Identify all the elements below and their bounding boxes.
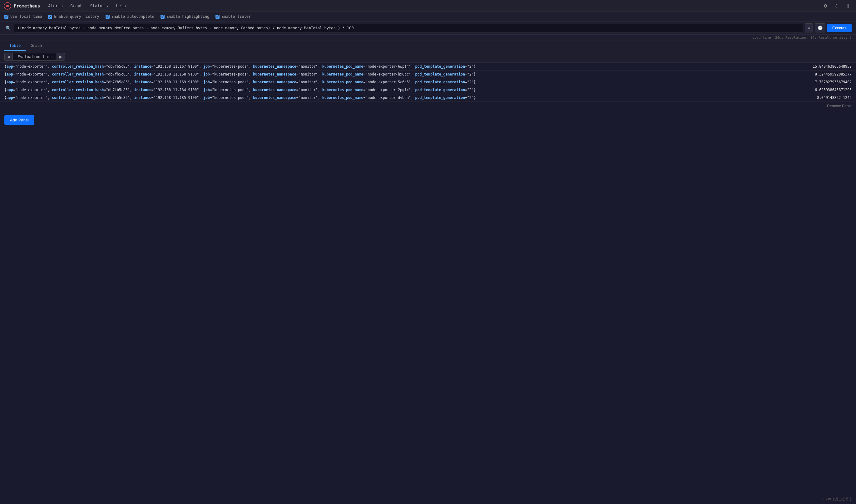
result-value: 8.324459592885377 bbox=[802, 72, 852, 76]
label-key: pod_template_generation bbox=[415, 88, 465, 92]
result-value: 15.840463805648952 bbox=[802, 64, 852, 69]
navbar-links: Alerts Graph Status Help bbox=[45, 2, 129, 10]
use-local-time-label: Use local time bbox=[10, 14, 42, 19]
navbar-icons: ⚙ ☾ ℹ bbox=[821, 2, 852, 10]
eval-prev-button[interactable]: ◀ bbox=[4, 53, 13, 60]
label-key: instance bbox=[134, 80, 151, 84]
label-key: instance bbox=[134, 88, 151, 92]
load-info-text: Load time: 24ms Resolution: 14s Result s… bbox=[752, 36, 852, 40]
label-key: controller_revision_hash bbox=[52, 64, 104, 69]
eval-nav-group: ◀ Evaluation time ▶ bbox=[4, 53, 65, 60]
label-key: job bbox=[203, 80, 210, 84]
eval-time-label: Evaluation time bbox=[13, 53, 56, 60]
label-key: job bbox=[203, 95, 210, 100]
label-key: pod_template_generation bbox=[415, 64, 465, 69]
label-key: pod_template_generation bbox=[415, 72, 465, 76]
result-labels: {app="node-exporter", controller_revisio… bbox=[4, 95, 802, 100]
table-row: {app="node-exporter", controller_revisio… bbox=[0, 63, 856, 71]
label-key: kubernetes_pod_name bbox=[322, 64, 364, 69]
label-key: instance bbox=[134, 72, 151, 76]
enable-highlighting-checkbox[interactable]: Enable highlighting bbox=[160, 14, 209, 19]
result-value: 6.623938645871295 bbox=[802, 88, 852, 92]
label-key: kubernetes_namespace bbox=[253, 64, 296, 69]
label-key: kubernetes_namespace bbox=[253, 88, 296, 92]
execute-button[interactable]: Execute bbox=[827, 24, 852, 32]
label-key: kubernetes_pod_name bbox=[322, 88, 364, 92]
svg-point-1 bbox=[6, 5, 9, 7]
nav-status[interactable]: Status bbox=[87, 2, 111, 10]
label-key: instance bbox=[134, 64, 151, 69]
info-button[interactable]: ℹ bbox=[843, 2, 852, 10]
label-key: job bbox=[203, 72, 210, 76]
tab-graph[interactable]: Graph bbox=[25, 41, 47, 51]
result-value: 8.049148832 1242 bbox=[802, 95, 852, 100]
table-row: {app="node-exporter", controller_revisio… bbox=[0, 71, 856, 78]
toolbar: Use local time Enable query history Enab… bbox=[0, 12, 856, 21]
enable-autocomplete-label: Enable autocomplete bbox=[111, 14, 154, 19]
enable-linter-label: Enable linter bbox=[222, 14, 251, 19]
search-icon-btn[interactable]: 🔍 bbox=[4, 24, 12, 32]
eval-time-row: ◀ Evaluation time ▶ bbox=[0, 51, 856, 63]
label-key: controller_revision_hash bbox=[52, 72, 104, 76]
result-labels: {app="node-exporter", controller_revisio… bbox=[4, 72, 802, 76]
theme-button[interactable]: ☾ bbox=[832, 2, 841, 10]
add-panel-section: Add Panel bbox=[0, 110, 856, 130]
label-key: app bbox=[6, 95, 13, 100]
settings-button[interactable]: ⚙ bbox=[821, 2, 830, 10]
label-key: kubernetes_namespace bbox=[253, 80, 296, 84]
load-info: Load time: 24ms Resolution: 14s Result s… bbox=[0, 35, 856, 41]
nav-alerts[interactable]: Alerts bbox=[45, 2, 66, 10]
label-key: pod_template_generation bbox=[415, 80, 465, 84]
add-panel-button[interactable]: Add Panel bbox=[4, 115, 34, 125]
result-value: 7.707327935679402 bbox=[802, 80, 852, 84]
enable-query-history-label: Enable query history bbox=[54, 14, 99, 19]
label-key: app bbox=[6, 64, 13, 69]
label-key: job bbox=[203, 64, 210, 69]
eval-next-button[interactable]: ▶ bbox=[56, 53, 65, 60]
label-key: kubernetes_pod_name bbox=[322, 80, 364, 84]
navbar: Prometheus Alerts Graph Status Help ⚙ ☾ … bbox=[0, 0, 856, 12]
query-input[interactable] bbox=[14, 24, 803, 33]
panel-actions: Remove Panel bbox=[0, 102, 856, 110]
label-key: app bbox=[6, 72, 13, 76]
remove-panel-button[interactable]: Remove Panel bbox=[827, 104, 852, 108]
label-key: app bbox=[6, 80, 13, 84]
nav-graph[interactable]: Graph bbox=[67, 2, 86, 10]
enable-linter-checkbox[interactable]: Enable linter bbox=[215, 14, 251, 19]
nav-help[interactable]: Help bbox=[113, 2, 129, 10]
enable-autocomplete-checkbox[interactable]: Enable autocomplete bbox=[106, 14, 154, 19]
prometheus-logo bbox=[4, 2, 11, 10]
label-key: kubernetes_namespace bbox=[253, 95, 296, 100]
enable-query-history-checkbox[interactable]: Enable query history bbox=[48, 14, 99, 19]
enable-highlighting-label: Enable highlighting bbox=[167, 14, 209, 19]
label-key: kubernetes_pod_name bbox=[322, 72, 364, 76]
query-bar: 🔍 ≡ 🕐 Execute bbox=[0, 21, 856, 35]
tab-table[interactable]: Table bbox=[4, 41, 25, 51]
table-row: {app="node-exporter", controller_revisio… bbox=[0, 86, 856, 94]
tabs: Table Graph bbox=[0, 41, 856, 51]
brand-name: Prometheus bbox=[14, 3, 40, 8]
label-key: job bbox=[203, 88, 210, 92]
label-key: kubernetes_namespace bbox=[253, 72, 296, 76]
format-button[interactable]: ≡ bbox=[805, 23, 813, 33]
result-labels: {app="node-exporter", controller_revisio… bbox=[4, 88, 802, 92]
result-labels: {app="node-exporter", controller_revisio… bbox=[4, 64, 802, 69]
watermark: CSDN @月巴左耳东 bbox=[823, 497, 852, 502]
label-key: instance bbox=[134, 95, 151, 100]
label-key: controller_revision_hash bbox=[52, 80, 104, 84]
label-key: controller_revision_hash bbox=[52, 95, 104, 100]
brand: Prometheus bbox=[4, 2, 40, 10]
label-key: kubernetes_pod_name bbox=[322, 95, 364, 100]
history-button[interactable]: 🕐 bbox=[815, 23, 825, 33]
result-labels: {app="node-exporter", controller_revisio… bbox=[4, 80, 802, 84]
label-key: pod_template_generation bbox=[415, 95, 465, 100]
results-container: {app="node-exporter", controller_revisio… bbox=[0, 63, 856, 102]
label-key: app bbox=[6, 88, 13, 92]
table-row: {app="node-exporter", controller_revisio… bbox=[0, 94, 856, 102]
use-local-time-checkbox[interactable]: Use local time bbox=[4, 14, 42, 19]
table-row: {app="node-exporter", controller_revisio… bbox=[0, 78, 856, 86]
label-key: controller_revision_hash bbox=[52, 88, 104, 92]
